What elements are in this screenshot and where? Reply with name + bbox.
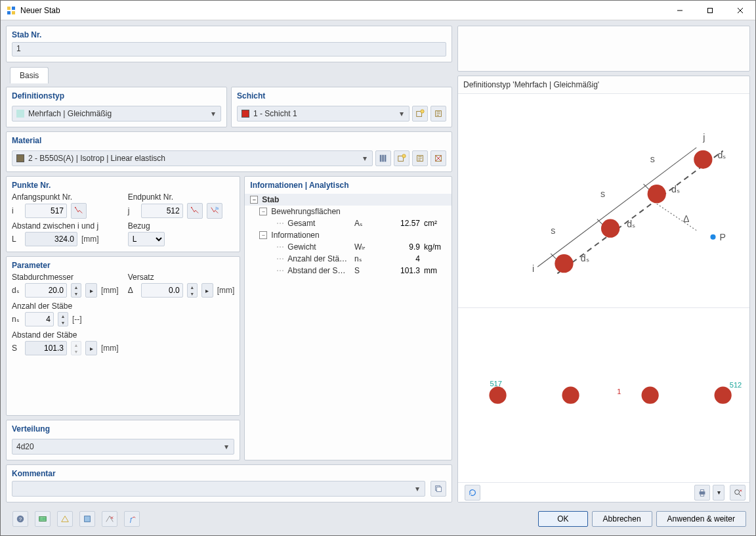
v-spinner[interactable]: ▲▼ — [187, 283, 198, 298]
window-title: Neuer Stab — [20, 6, 60, 15]
def-type-select[interactable]: Mehrfach | Gleichmäßig ▾ — [12, 106, 221, 122]
kommentar-panel: Kommentar ▾ — [6, 464, 452, 502]
chevron-down-icon: ▾ — [360, 154, 369, 163]
distance-unit: [mm] — [81, 234, 99, 244]
svg-rect-3 — [12, 11, 15, 14]
material-label: Material — [7, 132, 452, 148]
svg-point-31 — [555, 254, 573, 273]
tree-group-stab[interactable]: −Stab — [245, 194, 452, 206]
svg-point-33 — [648, 185, 666, 203]
svg-point-48 — [562, 386, 579, 403]
svg-rect-66 — [85, 516, 91, 522]
endpunkt-input[interactable] — [141, 204, 183, 218]
minimize-button[interactable] — [665, 1, 695, 20]
schicht-new-button[interactable] — [412, 106, 428, 122]
help-button[interactable]: ? — [12, 511, 28, 527]
bezug-select[interactable]: L — [128, 232, 165, 246]
kommentar-input[interactable]: ▾ — [12, 481, 425, 497]
view-button[interactable] — [57, 511, 73, 527]
verteilung-select[interactable]: 4d20 ▾ — [12, 439, 234, 455]
apply-next-button[interactable]: Anwenden & weiter — [656, 511, 746, 527]
maximize-button[interactable] — [695, 1, 725, 20]
function-button[interactable]: ƒ — [124, 511, 140, 527]
v-input[interactable] — [141, 283, 183, 298]
svg-rect-12 — [382, 155, 384, 162]
kommentar-copy-button[interactable] — [430, 481, 446, 497]
n-unit: [--] — [72, 315, 82, 324]
v-label: Versatz — [128, 273, 235, 282]
svg-text:ƒ: ƒ — [129, 516, 133, 523]
collapse-icon[interactable]: − — [250, 196, 258, 204]
material-edit-button[interactable] — [412, 150, 428, 166]
svg-line-58 — [739, 493, 742, 496]
material-select[interactable]: 2 - B550S(A) | Isotrop | Linear elastisc… — [12, 150, 373, 166]
anfangspunkt-pick-button[interactable] — [71, 203, 87, 219]
preview-panel: Definitionstyp 'Mehrfach | Gleichmäßig' — [457, 76, 750, 502]
preview-render[interactable]: 517 1 512 — [458, 307, 749, 482]
material-new-button[interactable] — [394, 150, 410, 166]
preview-zoom-button[interactable] — [730, 485, 746, 501]
stab-nr-panel: Stab Nr. 1 — [6, 26, 452, 62]
s-spinner: ▲▼ — [71, 341, 81, 355]
s-more-button[interactable]: ▸ — [85, 341, 97, 355]
tree-group-info[interactable]: −Informationen — [245, 229, 452, 241]
stab-nr-input[interactable]: 1 — [12, 42, 446, 56]
units-button[interactable]: 0,00 — [35, 511, 51, 527]
anfangspunkt-input[interactable] — [25, 204, 67, 218]
cancel-button[interactable]: Abbrechen — [592, 511, 652, 527]
info-panel: Informationen | Analytisch −Stab −Bewehr… — [244, 176, 452, 460]
parameter-panel: Parameter Stabdurchmesser dₛ ▲▼ ▸ — [6, 256, 240, 416]
svg-text:P: P — [720, 232, 726, 242]
n-prefix: nₛ — [12, 315, 21, 324]
svg-text:s: s — [650, 154, 655, 164]
material-delete-button[interactable] — [430, 150, 446, 166]
punkte-label: Punkte Nr. — [7, 177, 240, 192]
v-more-button[interactable]: ▸ — [201, 283, 213, 298]
d-more-button[interactable]: ▸ — [85, 283, 97, 298]
schicht-panel: Schicht 1 - Schicht 1 ▾ — [231, 87, 452, 127]
d-spinner[interactable]: ▲▼ — [71, 283, 81, 298]
svg-text:dₛ: dₛ — [718, 150, 726, 160]
endpunkt-pick-button[interactable] — [187, 203, 203, 219]
options-button[interactable] — [79, 511, 95, 527]
tab-basis[interactable]: Basis — [10, 67, 49, 83]
svg-point-20 — [75, 207, 76, 208]
parameter-label: Parameter — [7, 257, 240, 273]
preview-print-menu[interactable]: ▾ — [713, 485, 724, 501]
bezug-label: Bezug — [128, 221, 235, 231]
material-library-button[interactable] — [375, 150, 391, 166]
svg-rect-55 — [700, 489, 704, 491]
v-unit: [mm] — [217, 286, 235, 295]
svg-rect-56 — [700, 494, 704, 496]
chevron-down-icon: ▾ — [222, 442, 231, 451]
n-input[interactable] — [25, 312, 54, 326]
svg-text:?: ? — [19, 516, 22, 522]
remove-button[interactable] — [102, 511, 117, 527]
ok-button[interactable]: OK — [538, 511, 587, 527]
d-input[interactable] — [25, 283, 67, 298]
svg-point-50 — [715, 386, 732, 403]
schicht-select[interactable]: 1 - Schicht 1 ▾ — [237, 106, 410, 122]
schicht-edit-button[interactable] — [430, 106, 446, 122]
preview-print-button[interactable] — [694, 485, 710, 501]
preview-diagram: i j s s s dₛ dₛ dₛ dₛ Δ P — [458, 94, 749, 307]
svg-text:0,00: 0,00 — [39, 517, 46, 521]
collapse-icon[interactable]: − — [259, 231, 267, 239]
chevron-down-icon: ▾ — [209, 109, 218, 118]
preview-refresh-button[interactable] — [465, 485, 480, 501]
n-spinner[interactable]: ▲▼ — [58, 312, 68, 326]
svg-point-9 — [421, 110, 424, 113]
app-icon — [6, 5, 16, 16]
endpunkt-pick2-button[interactable]: 2x — [207, 203, 222, 219]
collapse-icon[interactable]: − — [259, 208, 267, 215]
close-button[interactable] — [725, 1, 755, 20]
tree-group-bewehrung[interactable]: −Bewehrungsflächen — [245, 206, 452, 217]
chevron-down-icon: ▾ — [413, 484, 422, 493]
svg-point-35 — [710, 234, 715, 240]
svg-text:2x: 2x — [215, 206, 219, 210]
tree-item-gesamt: ⋯GesamtAₛ12.57cm² — [245, 217, 452, 229]
schicht-label: Schicht — [232, 87, 452, 103]
svg-text:dₛ: dₛ — [581, 253, 589, 263]
verteilung-label: Verteilung — [7, 420, 240, 436]
def-type-swatch — [16, 110, 24, 118]
